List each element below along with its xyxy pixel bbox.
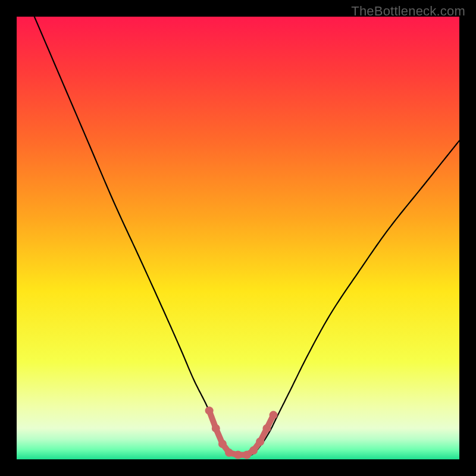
optimal-range-dot <box>212 424 220 433</box>
optimal-range-dot <box>256 437 264 446</box>
optimal-range-dot <box>225 449 233 457</box>
plot-area <box>17 17 459 459</box>
optimal-range-dot <box>218 440 227 448</box>
optimal-range-dot <box>270 411 278 419</box>
chart-svg <box>17 17 459 459</box>
optimal-range-dot <box>262 424 271 433</box>
optimal-range-dot <box>234 451 242 459</box>
chart-frame: TheBottleneck.com <box>0 0 476 476</box>
gradient-rect <box>17 17 459 459</box>
watermark-text: TheBottleneck.com <box>351 4 465 19</box>
optimal-range-dot <box>205 406 214 415</box>
optimal-range-dot <box>249 446 258 455</box>
